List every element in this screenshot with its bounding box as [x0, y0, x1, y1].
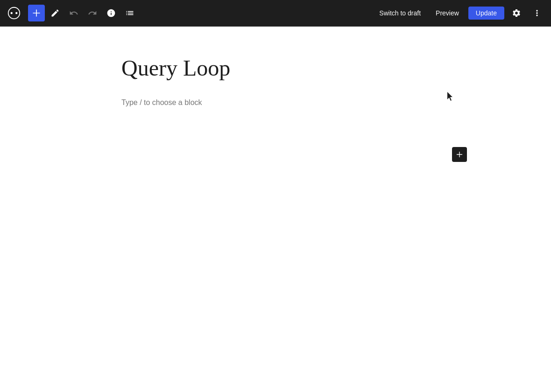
info-button[interactable] — [103, 5, 120, 21]
more-options-button[interactable] — [529, 5, 545, 21]
toolbar: Switch to draft Preview Update — [0, 0, 551, 26]
cursor-indicator — [447, 92, 454, 101]
list-view-button[interactable] — [121, 5, 138, 21]
toolbar-right: Switch to draft Preview Update — [374, 5, 545, 21]
edit-mode-button[interactable] — [47, 5, 64, 21]
block-placeholder[interactable]: Type / to choose a block — [121, 97, 430, 109]
update-button[interactable]: Update — [468, 7, 504, 20]
wp-logo — [6, 5, 22, 21]
post-title[interactable]: Query Loop — [121, 55, 430, 82]
editor-content: Query Loop Type / to choose a block — [112, 27, 439, 136]
preview-button[interactable]: Preview — [430, 7, 465, 20]
svg-point-2 — [15, 12, 17, 14]
svg-point-1 — [11, 12, 13, 14]
switch-to-draft-button[interactable]: Switch to draft — [374, 7, 426, 20]
add-block-float-button[interactable] — [452, 147, 467, 162]
svg-point-0 — [8, 7, 20, 19]
add-block-button[interactable] — [28, 5, 45, 21]
redo-button[interactable] — [84, 5, 101, 21]
editor-area: Query Loop Type / to choose a block — [0, 27, 551, 392]
toolbar-left — [6, 5, 138, 21]
settings-button[interactable] — [508, 5, 525, 21]
undo-button[interactable] — [65, 5, 82, 21]
